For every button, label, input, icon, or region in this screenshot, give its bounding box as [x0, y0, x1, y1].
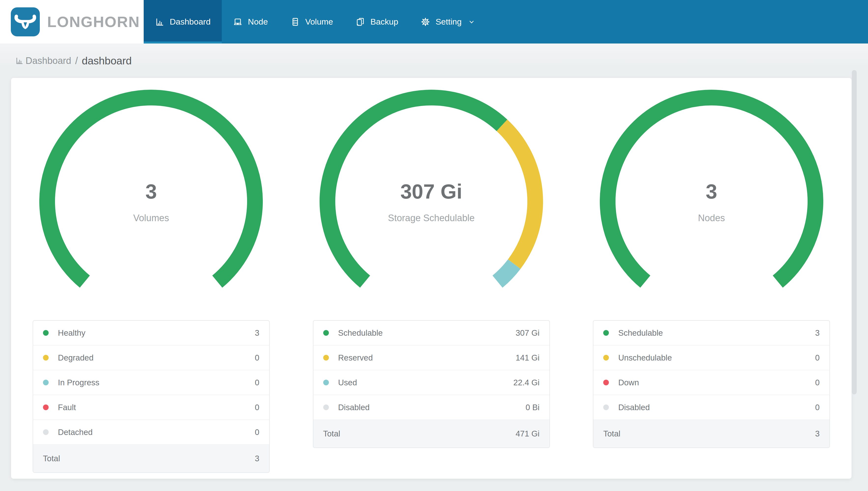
legend-row[interactable]: Degraded0: [33, 346, 269, 370]
legend-label: Healthy: [58, 328, 86, 338]
legend-value: 3: [815, 328, 819, 338]
legend-label: Degraded: [58, 353, 94, 363]
breadcrumb-section-link[interactable]: Dashboard: [15, 56, 71, 66]
legend-label: Disabled: [618, 403, 650, 412]
legend-label: In Progress: [58, 378, 99, 387]
legend-row[interactable]: Unschedulable0: [593, 346, 830, 370]
legend-label: Down: [618, 378, 639, 387]
nav-tabs: Dashboard Node: [144, 0, 487, 44]
tab-volume[interactable]: Volume: [279, 0, 344, 44]
legend-total-row: Total 3: [593, 420, 830, 447]
bar-chart-icon: [15, 57, 24, 65]
total-label: Total: [323, 429, 340, 438]
breadcrumb-separator: /: [75, 55, 78, 66]
gauge-arc-segment: [328, 97, 502, 282]
legend-value: 0: [815, 378, 819, 387]
gauge-ring: [600, 90, 823, 313]
legend-value: 0: [815, 353, 819, 363]
breadcrumb-section: Dashboard: [26, 56, 71, 66]
legend-label: Used: [338, 378, 357, 387]
status-dot: [323, 330, 329, 336]
gauge-storage: 307 Gi Storage Schedulable: [319, 90, 543, 313]
legend-value: 141 Gi: [516, 353, 539, 363]
legend-label: Fault: [58, 403, 76, 412]
status-dot: [603, 330, 609, 336]
legend-row[interactable]: Reserved141 Gi: [313, 346, 550, 370]
status-dot: [323, 380, 329, 385]
total-value: 471 Gi: [516, 429, 539, 438]
legend-value: 22.4 Gi: [513, 378, 539, 387]
legend-value: 3: [255, 328, 259, 338]
server-stack-icon: [290, 17, 300, 27]
status-dot: [323, 404, 329, 410]
gauge-arc-segment: [47, 97, 255, 282]
legend-row[interactable]: Disabled0: [593, 395, 830, 420]
tab-setting[interactable]: Setting: [409, 0, 487, 44]
status-dot: [603, 355, 609, 360]
panel-nodes: 3 Nodes Schedulable3Unschedulable0Down0D…: [571, 78, 851, 479]
legend-total-row: Total 3: [33, 445, 269, 472]
legend-label: Detached: [58, 428, 93, 437]
legend-total-row: Total 471 Gi: [313, 420, 550, 447]
breadcrumb: Dashboard / dashboard: [0, 44, 868, 78]
legend-value: 0: [815, 403, 819, 412]
legend-row[interactable]: Disabled0 Bi: [313, 395, 550, 420]
status-dot: [43, 330, 49, 336]
status-dot: [43, 429, 49, 435]
tab-label: Volume: [305, 17, 333, 27]
legend-row[interactable]: Down0: [593, 370, 830, 395]
legend-row[interactable]: Schedulable3: [593, 321, 830, 346]
logo-wordmark: LONGHORN: [47, 13, 140, 30]
legend-row[interactable]: Detached0: [33, 420, 269, 445]
tab-label: Node: [248, 17, 268, 27]
status-dot: [43, 404, 49, 410]
legend-value: 0: [255, 378, 259, 387]
tab-dashboard[interactable]: Dashboard: [144, 0, 222, 44]
status-dot: [43, 380, 49, 385]
status-dot: [603, 380, 609, 385]
legend-value: 0: [255, 403, 259, 412]
total-value: 3: [255, 454, 259, 463]
legend-value: 0 Bi: [526, 403, 539, 412]
tab-label: Dashboard: [170, 17, 211, 27]
tab-node[interactable]: Node: [222, 0, 279, 44]
gauge-arc-segment: [502, 125, 535, 264]
legend-label: Reserved: [338, 353, 373, 363]
legend-row[interactable]: Fault0: [33, 395, 269, 420]
dashboard-card: 3 Volumes Healthy3Degraded0In Progress0F…: [11, 78, 851, 479]
legend-nodes: Schedulable3Unschedulable0Down0Disabled0…: [593, 320, 830, 448]
legend-row[interactable]: Schedulable307 Gi: [313, 321, 550, 346]
legend-row[interactable]: In Progress0: [33, 370, 269, 395]
legend-label: Schedulable: [338, 328, 383, 338]
legend-value: 0: [255, 353, 259, 363]
tab-label: Backup: [370, 17, 398, 27]
copy-pages-icon: [355, 17, 365, 27]
laptop-icon: [233, 17, 242, 27]
gauge-arc-segment: [608, 97, 815, 282]
legend-value: 307 Gi: [516, 328, 539, 338]
status-dot: [323, 355, 329, 360]
longhorn-logo-icon: [11, 7, 40, 36]
legend-row[interactable]: Healthy3: [33, 321, 269, 346]
panel-volumes: 3 Volumes Healthy3Degraded0In Progress0F…: [11, 78, 291, 479]
chevron-down-icon: [468, 18, 475, 26]
gauge-nodes: 3 Nodes: [600, 90, 823, 313]
gear-icon: [421, 17, 430, 27]
status-dot: [43, 355, 49, 360]
total-label: Total: [603, 429, 620, 438]
legend-storage: Schedulable307 GiReserved141 GiUsed22.4 …: [313, 320, 550, 448]
legend-label: Disabled: [338, 403, 370, 412]
legend-label: Unschedulable: [618, 353, 672, 363]
legend-row[interactable]: Used22.4 Gi: [313, 370, 550, 395]
total-value: 3: [815, 429, 819, 438]
top-navbar: LONGHORN Dashboard Node: [0, 0, 868, 44]
breadcrumb-page: dashboard: [82, 55, 132, 67]
legend-volumes: Healthy3Degraded0In Progress0Fault0Detac…: [33, 320, 270, 473]
tab-backup[interactable]: Backup: [344, 0, 409, 44]
vertical-scrollbar-thumb[interactable]: [852, 70, 857, 395]
panel-storage: 307 Gi Storage Schedulable Schedulable30…: [291, 78, 571, 479]
legend-label: Schedulable: [618, 328, 663, 338]
logo[interactable]: LONGHORN: [0, 0, 144, 44]
tab-label: Setting: [435, 17, 462, 27]
status-dot: [603, 404, 609, 410]
